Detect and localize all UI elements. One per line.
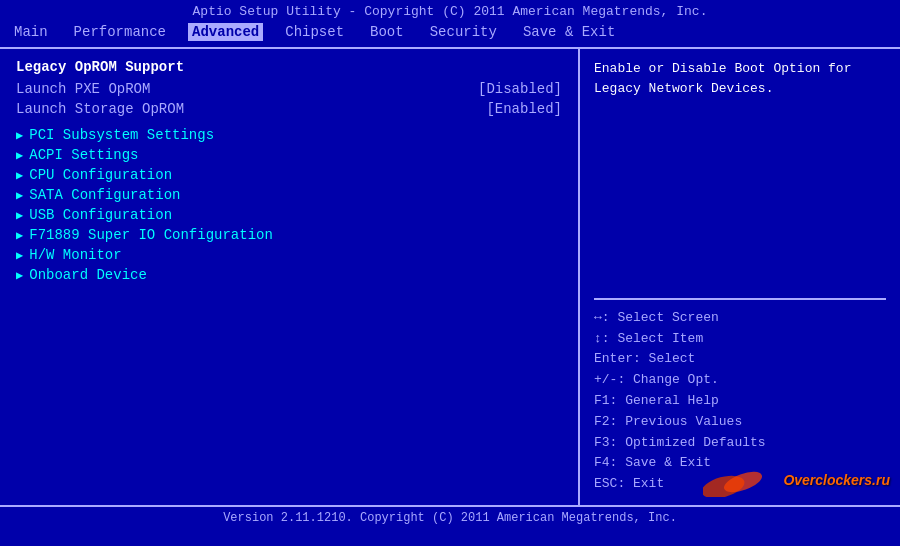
menu-item-main[interactable]: Main	[10, 23, 52, 41]
logo-text-main: Overclockers	[783, 472, 872, 488]
menu-entry-label: PCI Subsystem Settings	[29, 127, 214, 143]
key-help-item: F2: Previous Values	[594, 412, 886, 433]
help-text: Enable or Disable Boot Option for Legacy…	[594, 59, 886, 298]
menu-entry-label: ACPI Settings	[29, 147, 138, 163]
menu-entry[interactable]: ▶USB Configuration	[16, 207, 562, 223]
arrow-icon: ▶	[16, 148, 23, 163]
title-text: Aptio Setup Utility - Copyright (C) 2011…	[193, 4, 708, 19]
key-help-item: Enter: Select	[594, 349, 886, 370]
menu-entries-container: ▶PCI Subsystem Settings▶ACPI Settings▶CP…	[16, 127, 562, 283]
footer-text: Version 2.11.1210. Copyright (C) 2011 Am…	[223, 511, 677, 525]
menu-entry[interactable]: ▶Onboard Device	[16, 267, 562, 283]
arrow-icon: ▶	[16, 188, 23, 203]
setting-row: Launch Storage OpROM[Enabled]	[16, 101, 562, 117]
key-help-item: F1: General Help	[594, 391, 886, 412]
menu-item-boot[interactable]: Boot	[366, 23, 408, 41]
key-help-item: F3: Optimized Defaults	[594, 433, 886, 454]
arrow-icon: ▶	[16, 248, 23, 263]
title-bar: Aptio Setup Utility - Copyright (C) 2011…	[0, 0, 900, 21]
menu-entry[interactable]: ▶CPU Configuration	[16, 167, 562, 183]
key-help-item: ↕: Select Item	[594, 329, 886, 350]
setting-row: Launch PXE OpROM[Disabled]	[16, 81, 562, 97]
menu-entry-label: Onboard Device	[29, 267, 147, 283]
menu-item-performance[interactable]: Performance	[70, 23, 170, 41]
menu-entry[interactable]: ▶ACPI Settings	[16, 147, 562, 163]
setting-label: Launch PXE OpROM	[16, 81, 150, 97]
arrow-icon: ▶	[16, 128, 23, 143]
main-content: Legacy OpROM Support Launch PXE OpROM[Di…	[0, 47, 900, 507]
menu-entry-label: F71889 Super IO Configuration	[29, 227, 273, 243]
menu-entry-label: USB Configuration	[29, 207, 172, 223]
menu-item-advanced[interactable]: Advanced	[188, 23, 263, 41]
logo-swoosh-icon	[703, 462, 783, 497]
logo-text-ru: .ru	[872, 472, 890, 488]
left-panel: Legacy OpROM Support Launch PXE OpROM[Di…	[0, 49, 580, 505]
menu-entry[interactable]: ▶SATA Configuration	[16, 187, 562, 203]
arrow-icon: ▶	[16, 208, 23, 223]
key-help-item: ↔: Select Screen	[594, 308, 886, 329]
setting-value: [Disabled]	[478, 81, 562, 97]
logo-text: Overclockers.ru	[783, 472, 890, 488]
menu-entry-label: SATA Configuration	[29, 187, 180, 203]
setting-label: Launch Storage OpROM	[16, 101, 184, 117]
menu-entry-label: H/W Monitor	[29, 247, 121, 263]
menu-entry[interactable]: ▶H/W Monitor	[16, 247, 562, 263]
menu-bar: MainPerformanceAdvancedChipsetBootSecuri…	[0, 21, 900, 43]
arrow-icon: ▶	[16, 168, 23, 183]
menu-entry[interactable]: ▶PCI Subsystem Settings	[16, 127, 562, 143]
key-help-item: +/-: Change Opt.	[594, 370, 886, 391]
section-header: Legacy OpROM Support	[16, 59, 562, 75]
arrow-icon: ▶	[16, 268, 23, 283]
menu-entry-label: CPU Configuration	[29, 167, 172, 183]
menu-item-security[interactable]: Security	[426, 23, 501, 41]
footer: Version 2.11.1210. Copyright (C) 2011 Am…	[0, 507, 900, 529]
settings-container: Launch PXE OpROM[Disabled]Launch Storage…	[16, 81, 562, 117]
arrow-icon: ▶	[16, 228, 23, 243]
menu-entry[interactable]: ▶F71889 Super IO Configuration	[16, 227, 562, 243]
menu-item-save_exit[interactable]: Save & Exit	[519, 23, 619, 41]
setting-value: [Enabled]	[486, 101, 562, 117]
menu-item-chipset[interactable]: Chipset	[281, 23, 348, 41]
right-panel: Enable or Disable Boot Option for Legacy…	[580, 49, 900, 505]
overclockers-logo: Overclockers.ru	[703, 462, 890, 497]
